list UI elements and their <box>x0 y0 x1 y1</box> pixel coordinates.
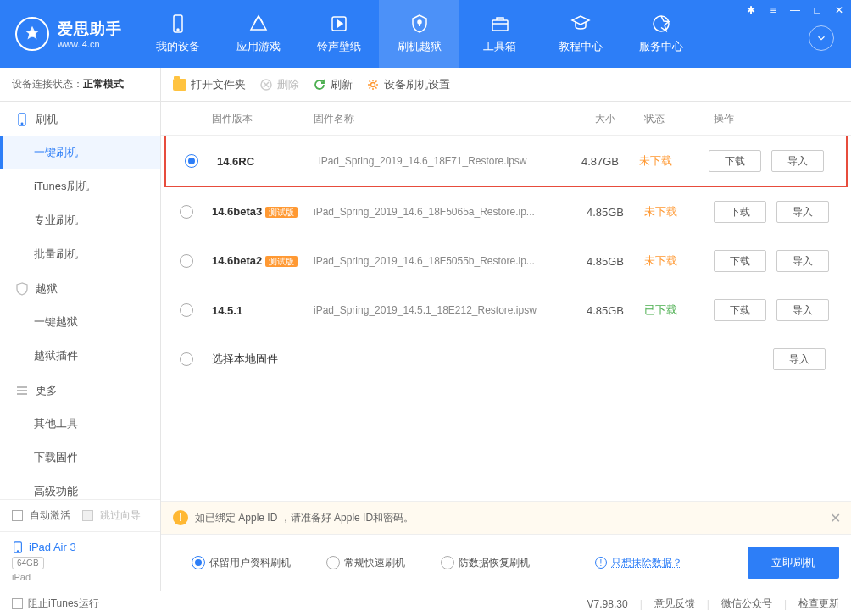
sidebar-item-advanced[interactable]: 高级功能 <box>0 474 160 499</box>
nav-toolbox[interactable]: 工具箱 <box>459 0 540 68</box>
svg-point-0 <box>29 31 35 36</box>
delete-button[interactable]: 删除 <box>259 77 299 92</box>
toolbar: 打开文件夹 删除 刷新 设备刷机设置 <box>161 77 462 92</box>
flash-options: 保留用户资料刷机 常规快速刷机 防数据恢复刷机 !只想抹除数据？ 立即刷机 <box>161 534 851 591</box>
nav-service[interactable]: 服务中心 <box>620 0 701 68</box>
more-icon <box>15 384 29 397</box>
firmware-radio[interactable] <box>180 303 193 317</box>
firmware-list: 14.6RC iPad_Spring_2019_14.6_18F71_Resto… <box>161 136 851 501</box>
skip-wizard-checkbox[interactable] <box>82 510 93 521</box>
sidebar-item-jailbreak-plugins[interactable]: 越狱插件 <box>0 339 160 373</box>
tablet-icon <box>12 541 24 553</box>
flash-now-button[interactable]: 立即刷机 <box>748 547 839 579</box>
content: 固件版本 固件名称 大小 状态 操作 14.6RC iPad_Spring_20… <box>161 102 851 591</box>
firmware-name: iPad_Spring_2019_14.6_18F5065a_Restore.i… <box>314 206 571 218</box>
firmware-row[interactable]: 14.5.1 iPad_Spring_2019_14.5.1_18E212_Re… <box>161 286 851 335</box>
top-bar: 设备连接状态：正常模式 打开文件夹 删除 刷新 设备刷机设置 <box>0 68 851 102</box>
notice-close-icon[interactable]: ✕ <box>830 510 841 526</box>
beta-badge: 测试版 <box>265 207 298 218</box>
svg-point-15 <box>17 550 18 551</box>
firmware-radio[interactable] <box>185 154 198 168</box>
win-minimize-icon[interactable]: — <box>788 3 802 17</box>
firmware-name: iPad_Spring_2019_14.6_18F5055b_Restore.i… <box>314 255 571 267</box>
nav-ringtone-wallpaper[interactable]: 铃声壁纸 <box>298 0 379 68</box>
sidebar-group-more[interactable]: 更多 <box>0 373 160 407</box>
firmware-radio[interactable] <box>180 205 193 219</box>
nav-flash-jailbreak[interactable]: 刷机越狱 <box>379 0 459 68</box>
version-label: V7.98.30 <box>587 598 628 610</box>
feedback-link[interactable]: 意见反馈 <box>654 597 695 611</box>
flash-settings-button[interactable]: 设备刷机设置 <box>366 77 450 92</box>
svg-rect-11 <box>17 386 27 388</box>
win-menu-icon[interactable]: ≡ <box>766 3 780 17</box>
import-button[interactable]: 导入 <box>771 150 824 172</box>
svg-rect-12 <box>17 390 27 391</box>
svg-point-10 <box>21 123 23 125</box>
header-name: 固件名称 <box>314 112 571 126</box>
info-icon: ! <box>595 557 607 569</box>
download-button[interactable]: 下载 <box>709 150 761 172</box>
sidebar-item-batch-flash[interactable]: 批量刷机 <box>0 237 160 271</box>
firmware-status: 未下载 <box>634 153 693 169</box>
shield-icon <box>15 282 29 296</box>
download-button[interactable]: 下载 <box>714 201 766 223</box>
delete-icon <box>259 78 273 92</box>
radio-icon <box>192 556 205 569</box>
sidebar-item-pro-flash[interactable]: 专业刷机 <box>0 203 160 237</box>
firmware-row[interactable]: 14.6RC iPad_Spring_2019_14.6_18F71_Resto… <box>164 136 848 187</box>
sidebar-group-flash[interactable]: 刷机 <box>0 102 160 136</box>
nav-tutorial[interactable]: 教程中心 <box>540 0 620 68</box>
wechat-link[interactable]: 微信公众号 <box>721 597 772 611</box>
refresh-button[interactable]: 刷新 <box>313 77 353 92</box>
sidebar-item-itunes-flash[interactable]: iTunes刷机 <box>0 169 160 203</box>
sidebar: 刷机 一键刷机 iTunes刷机 专业刷机 批量刷机 越狱 一键越狱 越狱插件 … <box>0 102 161 591</box>
firmware-name: iPad_Spring_2019_14.6_18F71_Restore.ipsw <box>319 155 566 167</box>
opt-anti-recovery[interactable]: 防数据恢复刷机 <box>422 556 530 570</box>
firmware-row[interactable]: 14.6beta2测试版 iPad_Spring_2019_14.6_18F50… <box>161 236 851 286</box>
import-button[interactable]: 导入 <box>776 299 829 321</box>
opt-keep-data[interactable]: 保留用户资料刷机 <box>173 556 291 570</box>
firmware-row[interactable]: 14.6beta3测试版 iPad_Spring_2019_14.6_18F50… <box>161 187 851 236</box>
win-close-icon[interactable]: ✕ <box>832 3 846 17</box>
sidebar-item-other-tools[interactable]: 其他工具 <box>0 407 160 441</box>
device-info: iPad Air 3 64GB iPad <box>0 531 160 591</box>
sidebar-item-one-click-flash[interactable]: 一键刷机 <box>0 136 160 169</box>
auto-activate-checkbox[interactable] <box>12 510 23 521</box>
opt-normal-flash[interactable]: 常规快速刷机 <box>308 556 405 570</box>
firmware-version: 14.6beta3测试版 <box>203 205 314 219</box>
svg-point-2 <box>177 29 179 31</box>
device-name[interactable]: iPad Air 3 <box>12 541 148 553</box>
header-version: 固件版本 <box>203 112 314 126</box>
update-link[interactable]: 检查更新 <box>798 597 839 611</box>
local-firmware-row[interactable]: 选择本地固件 导入 <box>161 335 851 384</box>
notice-text: 如已绑定 Apple ID ，请准备好 Apple ID和密码。 <box>195 511 414 525</box>
download-button[interactable]: 下载 <box>714 299 766 321</box>
erase-only-link[interactable]: !只想抹除数据？ <box>595 556 682 570</box>
header-status: 状态 <box>639 112 698 126</box>
import-button[interactable]: 导入 <box>773 348 826 370</box>
device-type: iPad <box>12 572 148 582</box>
download-button[interactable]: 下载 <box>714 250 766 272</box>
nav-apps-games[interactable]: 应用游戏 <box>218 0 298 68</box>
sidebar-item-one-click-jailbreak[interactable]: 一键越狱 <box>0 305 160 339</box>
nav-dropdown[interactable] <box>809 25 834 51</box>
open-folder-button[interactable]: 打开文件夹 <box>173 77 246 92</box>
firmware-radio[interactable] <box>180 254 193 268</box>
firmware-version: 14.6beta2测试版 <box>203 254 314 268</box>
prevent-itunes-checkbox[interactable] <box>12 598 23 609</box>
firmware-radio[interactable] <box>180 352 193 366</box>
win-skin-icon[interactable]: ✱ <box>744 3 758 17</box>
import-button[interactable]: 导入 <box>776 250 829 272</box>
warning-icon: ! <box>173 510 188 525</box>
app-logo-icon <box>15 17 49 51</box>
nav-my-device[interactable]: 我的设备 <box>137 0 218 68</box>
win-maximize-icon[interactable]: □ <box>810 3 824 17</box>
firmware-version: 14.5.1 <box>203 304 314 317</box>
sidebar-item-download-firmware[interactable]: 下载固件 <box>0 441 160 474</box>
device-icon <box>15 113 29 126</box>
sidebar-group-jailbreak[interactable]: 越狱 <box>0 271 160 305</box>
refresh-icon <box>313 78 326 92</box>
window-controls: ✱ ≡ — □ ✕ <box>744 3 846 17</box>
import-button[interactable]: 导入 <box>776 201 829 223</box>
svg-rect-13 <box>17 393 27 395</box>
